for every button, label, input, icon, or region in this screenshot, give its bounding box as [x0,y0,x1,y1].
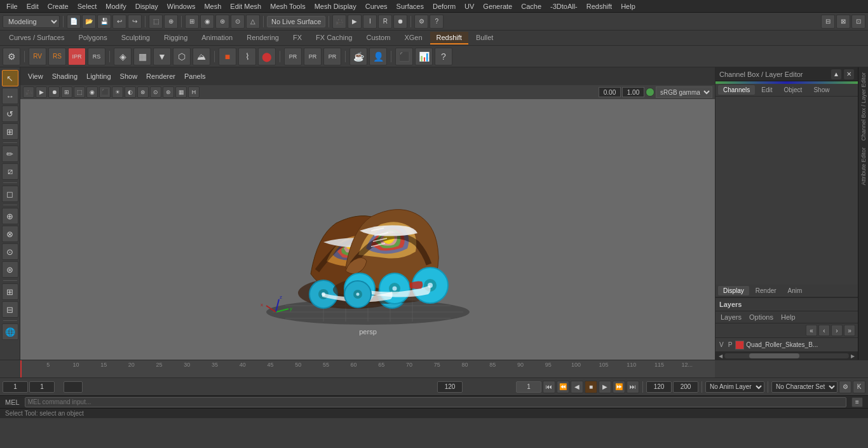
cb-tab-channels[interactable]: Channels [718,85,755,95]
vp-shading-btn[interactable]: ◉ [86,86,98,98]
snap2-btn[interactable]: ⊗ [2,226,18,242]
status-script-btn[interactable]: ≡ [851,397,863,407]
layer-row[interactable]: V P Quad_Roller_Skates_B... [715,338,858,352]
panel-layout-btn[interactable]: ⊟ [821,15,835,29]
layers-menu-layers[interactable]: Layers [718,313,744,322]
layer-icon-2[interactable]: ‹ [818,325,830,336]
select-tool-btn[interactable]: ⬚ [149,15,163,29]
tab-fx[interactable]: FX [287,32,308,44]
show-menu[interactable]: Show [118,71,140,81]
menu-deform[interactable]: Deform [429,1,459,11]
shelf-pr3-btn[interactable]: PR [323,48,341,65]
current-frame-input[interactable] [29,381,55,393]
shelf-icon-3[interactable]: ▼ [153,48,171,65]
renderer-menu[interactable]: Renderer [144,71,178,81]
vp-play-btn[interactable]: ▶ [36,86,47,98]
play-fwd-btn[interactable]: ▶ [599,381,611,393]
panels-menu[interactable]: Panels [182,71,208,81]
shelf-icon-8[interactable]: ⬤ [258,48,276,65]
side-tab-attribute-editor[interactable]: Attribute Editor [859,145,868,188]
max-frame-input[interactable] [673,381,698,393]
vp-light-btn[interactable]: ☀ [112,86,123,98]
menu-mesh[interactable]: Mesh [200,1,225,11]
menu-uv[interactable]: UV [461,1,478,11]
menu-windows[interactable]: Windows [163,1,200,11]
vp-xray-btn[interactable]: ⊙ [150,86,161,98]
rotate-tool[interactable]: ↺ [2,105,18,122]
shelf-icon-5[interactable]: ⛰ [193,48,210,65]
scrollbar-thumb[interactable] [749,353,799,358]
tab-animation[interactable]: Animation [195,32,239,44]
settings-btn[interactable]: ⚙ [414,15,428,29]
gamma-input-1[interactable] [599,87,621,97]
shelf-pr2-btn[interactable]: PR [304,48,322,65]
render3-btn[interactable]: ⏺ [393,15,407,29]
menu-mesh-tools[interactable]: Mesh Tools [266,1,309,11]
snap3-btn[interactable]: ⊙ [2,243,18,260]
select-tool[interactable]: ↖ [2,70,18,86]
menu-redshift[interactable]: Redshift [583,1,616,11]
layer-playback-p[interactable]: P [727,341,734,348]
snap-view-btn[interactable]: △ [246,15,260,29]
layers-menu-help[interactable]: Help [778,313,798,322]
tab-xgen[interactable]: XGen [398,32,428,44]
vp-ao-btn[interactable]: ⊗ [137,86,149,98]
open-scene-btn[interactable]: 📂 [82,15,96,29]
tab-custom[interactable]: Custom [360,32,397,44]
shelf-rs-btn[interactable]: RS [48,48,66,65]
shelf-icon-4[interactable]: ⬡ [173,48,191,65]
vp-shadow-btn[interactable]: ◐ [125,86,136,98]
scrollbar-track[interactable] [724,353,849,358]
shelf-settings-btn[interactable]: ⚙ [3,48,20,65]
side-tab-channel-box[interactable]: Channel Box / Layer Editor [859,70,868,144]
snap-btn[interactable]: ⊕ [2,208,18,224]
cb-tab-edit[interactable]: Edit [756,85,777,95]
view-menu[interactable]: View [25,71,46,81]
cb-tab-object[interactable]: Object [779,85,808,95]
gamma-input-2[interactable] [622,87,644,97]
cb-close-btn[interactable]: ✕ [844,69,854,79]
tab-curves-surfaces[interactable]: Curves / Surfaces [3,32,71,44]
tab-fx-caching[interactable]: FX Caching [309,32,358,44]
panel-layout3-btn[interactable]: ⊡ [851,15,865,29]
shelf-cup-btn[interactable]: ☕ [349,48,367,65]
shelf-icon-2[interactable]: ▦ [133,48,151,65]
shelf-pr1-btn[interactable]: PR [284,48,302,65]
snap-point-btn[interactable]: ⊛ [215,15,229,29]
lighting-menu[interactable]: Lighting [84,71,114,81]
new-scene-btn[interactable]: 📄 [67,15,81,29]
show-hide-btn[interactable]: ◻ [2,186,18,202]
scale-tool[interactable]: ⊞ [2,123,18,140]
grid2-btn[interactable]: ⊟ [2,301,18,318]
shelf-icon-6[interactable]: ■ [219,48,236,65]
shading-menu[interactable]: Shading [50,71,80,81]
cb-tab-show[interactable]: Show [808,85,834,95]
shelf-rv-btn[interactable]: RV [29,48,46,65]
render-btn[interactable]: ▶ [348,15,362,29]
start-frame-input[interactable] [3,381,28,393]
menu-cache[interactable]: Cache [517,1,545,11]
menu-3dtoall[interactable]: -3DtoAll- [546,1,581,11]
cb-collapse-btn[interactable]: ▲ [831,69,841,79]
vp-hud-btn[interactable]: H [188,86,200,98]
menu-select[interactable]: Select [74,1,101,11]
anim-layer-select[interactable]: No Anim Layer [705,381,764,393]
shelf-person-btn[interactable]: 👤 [369,48,387,65]
menu-edit[interactable]: Edit [23,1,43,11]
snap-curve-btn[interactable]: ◉ [200,15,214,29]
jump-start-btn[interactable]: ⏮ [543,381,555,393]
world-btn[interactable]: 🌐 [2,323,18,340]
timeline-playhead[interactable] [20,360,22,377]
scroll-left-arrow[interactable]: ◀ [717,353,724,358]
scrollbar-h[interactable]: ◀ ▶ [715,352,858,360]
menu-curves[interactable]: Curves [362,1,391,11]
snap4-btn[interactable]: ⊛ [2,261,18,278]
status-command-input[interactable] [25,397,846,407]
shelf-render1-btn[interactable]: ⬛ [395,48,413,65]
end-frame-input[interactable] [646,381,672,393]
scroll-right-arrow[interactable]: ▶ [849,353,857,358]
panel-layout2-btn[interactable]: ⊠ [836,15,850,29]
vp-resolution-btn[interactable]: ▦ [175,86,187,98]
workspace-dropdown[interactable]: Modeling [3,15,60,28]
layer-color-swatch[interactable] [735,341,744,350]
